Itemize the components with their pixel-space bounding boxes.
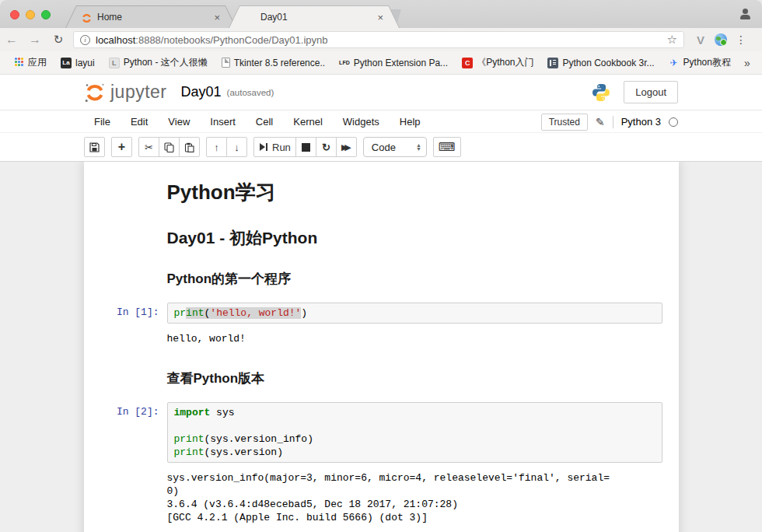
apps-grid-icon [13, 58, 24, 68]
command-palette-button[interactable]: ⌨ [433, 137, 461, 157]
tab-title: Home [97, 12, 208, 23]
notebook-toolbar: + ✂ ↑ ↓ Run ↻ ▶▶ Code ▲▼ ⌨ [0, 133, 762, 162]
run-cell-button[interactable]: Run [253, 137, 296, 157]
letter-l-icon: L [109, 58, 120, 68]
url-text[interactable]: localhost:8888/notebooks/PythonCode/Day0… [96, 34, 667, 46]
bookmark-label: Python - 这个人很懒 [124, 56, 208, 69]
jupyter-header: jupyter Day01 (autosaved) Logout [0, 75, 762, 110]
menu-kernel[interactable]: Kernel [283, 113, 333, 131]
url-field[interactable]: i localhost:8888/notebooks/PythonCode/Da… [73, 31, 684, 48]
tab-home[interactable]: Home × [65, 5, 236, 28]
restart-run-all-button[interactable]: ▶▶ [336, 137, 357, 157]
menu-file[interactable]: File [84, 113, 121, 131]
globe-extension-icon[interactable] [715, 33, 727, 46]
reload-icon[interactable]: ↻ [47, 33, 70, 47]
restart-kernel-button[interactable]: ↻ [316, 137, 337, 157]
notebook-title[interactable]: Day01 [181, 84, 222, 100]
notebook-container: Python学习 Day01 - 初始Python Python的第一个程序 I… [84, 162, 679, 532]
bookmark-item[interactable]: 应用 [8, 54, 52, 72]
tab-close-icon[interactable]: × [214, 12, 220, 23]
tab-day01[interactable]: Day01 × [229, 5, 400, 28]
tab-bar: Home × Day01 × [0, 0, 762, 28]
back-icon[interactable]: ← [0, 33, 23, 47]
code-cell-1[interactable]: In [1]: print('hello, world!') [96, 303, 667, 324]
layui-dark-icon: La [61, 58, 72, 68]
code-cell-2[interactable]: In [2]: import sys print(sys.version_inf… [96, 402, 667, 463]
move-cell-down-button[interactable]: ↓ [226, 137, 247, 157]
python-logo-icon [591, 82, 611, 103]
cut-cell-button[interactable]: ✂ [138, 137, 159, 157]
logout-button[interactable]: Logout [624, 81, 678, 103]
bookmarks-bar: 应用LalayuiLPython - 这个人很懒Tkinter 8.5 refe… [0, 51, 762, 75]
bookmarks-overflow-icon[interactable]: » [739, 57, 755, 69]
bookmark-item[interactable]: LFDPython Extension Pa... [334, 55, 453, 71]
cell-2-output: sys.version_info(major=3, minor=6, micro… [96, 468, 667, 527]
pencil-icon: ✎ [596, 116, 605, 128]
menu-widgets[interactable]: Widgets [333, 113, 390, 131]
bookmark-item[interactable]: ✈Python教程 [663, 54, 736, 72]
menu-view[interactable]: View [158, 113, 200, 131]
kernel-name: Python 3 [621, 116, 661, 128]
bookmark-label: layui [75, 58, 95, 68]
paste-cell-button[interactable] [179, 137, 200, 157]
jupyter-logo-text: jupyter [110, 82, 167, 103]
add-cell-button[interactable]: + [111, 137, 132, 157]
kernel-status-icon [669, 117, 678, 127]
bookmark-item[interactable]: LPython - 这个人很懒 [103, 54, 213, 72]
site-info-icon[interactable]: i [80, 35, 90, 45]
jupyter-logo[interactable]: jupyter [84, 82, 167, 103]
markdown-heading-2: Day01 - 初始Python [167, 227, 667, 249]
lfd-text-icon: LFD [339, 58, 350, 68]
jupyter-logo-icon [84, 82, 106, 103]
output-text: hello, world! [167, 329, 246, 348]
input-prompt: In [1]: [96, 303, 167, 324]
notebook-menubar: FileEditViewInsertCellKernelWidgetsHelp … [0, 111, 762, 133]
bookmark-item[interactable]: Tkinter 8.5 reference.. [216, 55, 330, 71]
markdown-heading-3: Python的第一个程序 [167, 270, 667, 288]
address-bar-row: ← → ↻ i localhost:8888/notebooks/PythonC… [0, 28, 762, 51]
notebook-scroll-area[interactable]: Python学习 Day01 - 初始Python Python的第一个程序 I… [0, 162, 762, 532]
profile-icon[interactable] [739, 9, 751, 21]
extension-v-icon[interactable]: V [690, 33, 711, 47]
zoom-window-button[interactable] [41, 10, 51, 19]
close-window-button[interactable] [10, 10, 19, 19]
trusted-button[interactable]: Trusted [541, 114, 588, 131]
divider [613, 116, 613, 128]
bookmark-label: Python Cookbook 3r... [562, 58, 654, 68]
output-text: sys.version_info(major=3, minor=6, micro… [167, 468, 610, 527]
autosave-status: (autosaved) [227, 88, 274, 97]
bookmark-label: Python Extension Pa... [354, 58, 448, 68]
forward-icon[interactable]: → [23, 33, 47, 47]
bookmark-item[interactable]: C《Python入门 [456, 54, 539, 72]
bookmark-star-icon[interactable]: ☆ [667, 33, 677, 47]
bookmark-label: 《Python入门 [477, 56, 533, 69]
markdown-heading-3: 查看Python版本 [167, 369, 667, 387]
menu-help[interactable]: Help [390, 113, 431, 131]
code-input-area[interactable]: import sys print(sys.version_info)print(… [167, 402, 662, 463]
tab-title: Day01 [260, 12, 372, 23]
copy-cell-button[interactable] [159, 137, 180, 157]
chrome-menu-icon[interactable]: ⋮ [731, 33, 751, 46]
move-cell-up-button[interactable]: ↑ [206, 137, 227, 157]
jupyter-ring-icon [82, 12, 92, 23]
bookmark-item[interactable]: Lalayui [55, 55, 100, 71]
tab-close-icon[interactable]: × [377, 12, 383, 23]
notebook-book-icon [245, 12, 255, 23]
bookmark-label: Tkinter 8.5 reference.. [234, 58, 325, 68]
save-button[interactable] [84, 137, 105, 157]
markdown-heading-1: Python学习 [167, 179, 667, 206]
menu-insert[interactable]: Insert [200, 113, 246, 131]
menu-edit[interactable]: Edit [121, 113, 158, 131]
menu-cell[interactable]: Cell [246, 113, 283, 131]
cell-type-dropdown[interactable]: Code ▲▼ [363, 137, 427, 157]
traffic-lights [10, 10, 51, 19]
code-input-area[interactable]: print('hello, world!') [167, 303, 662, 324]
cell-1-output: hello, world! [96, 329, 667, 348]
bookmark-item[interactable]: Python Cookbook 3r... [542, 55, 659, 71]
page-icon [222, 58, 230, 68]
browser-window: Home × Day01 × ← → ↻ i localhost:8888/no… [0, 0, 762, 532]
book-lines-icon [547, 58, 558, 68]
interrupt-kernel-button[interactable] [295, 137, 316, 157]
csdn-c-icon: C [462, 58, 473, 68]
minimize-window-button[interactable] [26, 10, 35, 19]
